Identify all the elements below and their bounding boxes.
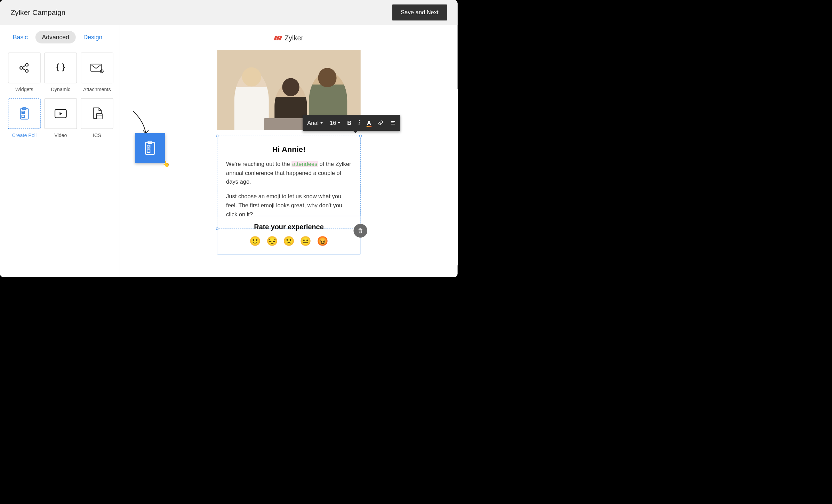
toolbar-size-picker[interactable]: 16: [330, 120, 340, 126]
poll-title: Rate your experience: [217, 223, 360, 231]
paragraph-1[interactable]: We're reaching out to the attendees of t…: [226, 160, 352, 186]
poll-emoji-1[interactable]: 🙂: [249, 236, 261, 247]
svg-rect-5: [91, 64, 101, 71]
share-icon: [18, 62, 30, 74]
hero-person-1: [234, 71, 269, 130]
svg-rect-12: [96, 114, 102, 119]
toolbar-link-button[interactable]: [378, 120, 383, 125]
braces-icon: [55, 62, 67, 74]
svg-rect-10: [22, 115, 24, 118]
poll-emoji-4[interactable]: 😐: [300, 236, 311, 247]
body: Basic Advanced Design Widgets Dynamic At…: [0, 25, 458, 277]
svg-line-3: [22, 65, 25, 67]
svg-point-2: [25, 70, 28, 72]
poll-icon: [144, 141, 156, 155]
poll-emoji-row: 🙂 😔 🙁 😐 😡: [217, 236, 360, 247]
sidebar: Basic Advanced Design Widgets Dynamic At…: [0, 25, 120, 277]
component-label: Video: [54, 133, 67, 138]
resize-handle[interactable]: [216, 135, 218, 137]
envelope-icon: [90, 63, 104, 73]
save-and-next-button[interactable]: Save and Next: [392, 5, 447, 21]
toolbar-text-color-button[interactable]: A: [367, 120, 371, 126]
component-create-poll[interactable]: Create Poll: [8, 98, 41, 138]
svg-line-4: [22, 69, 25, 71]
toolbar-bold-button[interactable]: B: [347, 120, 351, 126]
component-grid: Widgets Dynamic Attachments Create Poll: [8, 53, 112, 138]
svg-rect-24: [147, 150, 150, 153]
tab-advanced[interactable]: Advanced: [35, 31, 76, 43]
paragraph-2[interactable]: Just choose an emoji to let us know what…: [226, 192, 352, 219]
component-attachments[interactable]: Attachments: [81, 53, 113, 93]
chevron-down-icon: [338, 122, 341, 124]
toolbar-size-value: 16: [330, 120, 336, 126]
merge-tag-attendees[interactable]: attendees: [291, 161, 318, 167]
svg-rect-9: [22, 111, 24, 114]
poll-emoji-5[interactable]: 😡: [317, 236, 328, 247]
svg-rect-23: [147, 145, 150, 148]
component-label: Attachments: [83, 87, 111, 93]
text-block-selected[interactable]: Hi Annie! We're reaching out to the atte…: [217, 136, 361, 229]
hero-laptop: [264, 118, 304, 130]
email-canvas[interactable]: Zylker Arial 16 B i A: [120, 25, 457, 277]
align-icon: [390, 120, 395, 125]
resize-handle[interactable]: [359, 135, 362, 137]
component-label: Widgets: [15, 87, 33, 93]
calendar-icon: [91, 107, 103, 120]
poll-emoji-2[interactable]: 😔: [266, 236, 278, 247]
component-widgets[interactable]: Widgets: [8, 53, 41, 93]
link-icon: [378, 120, 383, 125]
brand: Zylker: [274, 34, 303, 42]
poll-emoji-3[interactable]: 🙁: [283, 236, 295, 247]
toolbar-italic-button[interactable]: i: [358, 119, 360, 127]
topbar: Zylker Campaign Save and Next: [0, 0, 458, 25]
greeting-heading[interactable]: Hi Annie!: [226, 145, 352, 154]
poll-block[interactable]: Rate your experience 🙂 😔 🙁 😐 😡: [217, 216, 361, 255]
component-dynamic[interactable]: Dynamic: [45, 53, 77, 93]
trash-icon: [358, 228, 363, 234]
component-video[interactable]: Video: [45, 98, 77, 138]
svg-point-0: [20, 66, 23, 69]
tab-design[interactable]: Design: [83, 34, 103, 41]
chevron-down-icon: [320, 122, 323, 124]
page-title: Zylker Campaign: [10, 8, 65, 17]
video-icon: [54, 109, 68, 119]
tab-basic[interactable]: Basic: [13, 34, 28, 41]
component-label: Create Poll: [12, 133, 37, 138]
delete-block-button[interactable]: [353, 224, 367, 238]
component-label: Dynamic: [51, 87, 71, 93]
toolbar-align-button[interactable]: [390, 120, 395, 125]
drag-ghost-create-poll[interactable]: 👆: [135, 133, 165, 163]
brand-name: Zylker: [285, 34, 303, 42]
text-format-toolbar: Arial 16 B i A: [303, 115, 400, 131]
app-window: Zylker Campaign Save and Next Basic Adva…: [0, 0, 458, 277]
component-label: ICS: [93, 133, 101, 138]
para1-pre: We're reaching out to the: [226, 161, 291, 167]
brand-logo-icon: [274, 36, 281, 40]
sidebar-tabs: Basic Advanced Design: [13, 31, 112, 43]
poll-icon: [19, 107, 30, 120]
component-ics[interactable]: ICS: [81, 98, 113, 138]
toolbar-font-picker[interactable]: Arial: [307, 120, 323, 126]
svg-point-1: [25, 64, 28, 66]
toolbar-font-value: Arial: [307, 120, 319, 126]
